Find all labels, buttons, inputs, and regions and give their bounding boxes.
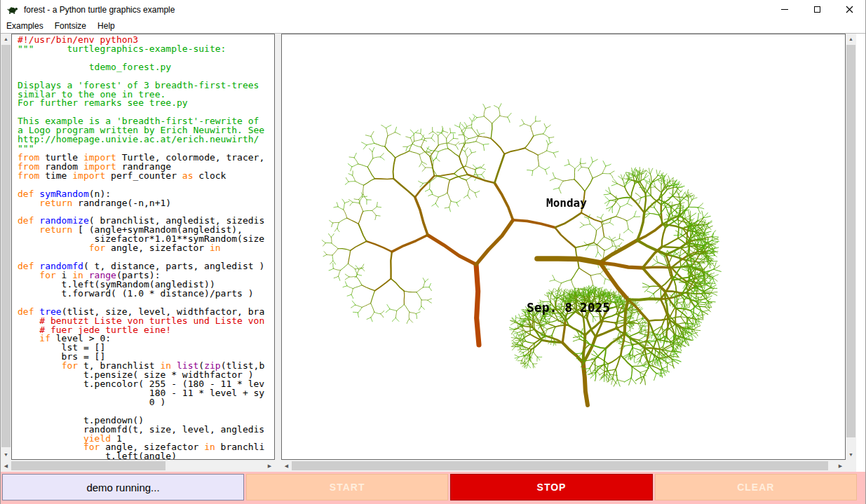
- stop-button[interactable]: STOP: [450, 474, 652, 500]
- code-line: for angle, sizefactor in: [18, 244, 274, 253]
- scroll-left-icon[interactable]: ◀: [281, 461, 292, 471]
- code-line: 0 ): [18, 398, 274, 407]
- scroll-left-icon[interactable]: ◀: [1, 461, 11, 471]
- forest-drawing: [282, 34, 845, 459]
- right-margin: [856, 34, 865, 472]
- minimize-button[interactable]: [769, 0, 801, 19]
- menu-item-help[interactable]: Help: [92, 20, 121, 33]
- title-bar[interactable]: forest - a Python turtle graphics exampl…: [1, 0, 865, 19]
- menu-bar: ExamplesFontsizeHelp: [1, 19, 865, 34]
- menu-item-fontsize[interactable]: Fontsize: [49, 20, 92, 33]
- clear-button[interactable]: CLEAR: [655, 474, 857, 500]
- canvas-vscroll-thumb[interactable]: [846, 45, 855, 437]
- canvas-text-label: Monday: [546, 196, 587, 210]
- code-line: from time import perf_counter as clock: [18, 172, 274, 181]
- scroll-down-icon[interactable]: ▼: [846, 449, 856, 460]
- app-window: forest - a Python turtle graphics exampl…: [0, 0, 866, 504]
- editor-vscroll-thumb[interactable]: [1, 45, 11, 447]
- code-line: """ turtlegraphics-example-suite:: [18, 45, 274, 54]
- window-controls: [769, 0, 865, 19]
- editor-hscroll-thumb[interactable]: [11, 461, 165, 470]
- canvas-text-label: Sep. 8 2025: [527, 300, 610, 315]
- start-button[interactable]: START: [246, 474, 448, 500]
- canvas-hscroll-thumb[interactable]: [292, 461, 828, 470]
- code-line: http://homepage.univie.ac.at/erich.neuwi…: [18, 135, 274, 144]
- code-line: t.forward( (1.0 * distance)/parts ): [18, 290, 274, 299]
- scroll-down-icon[interactable]: ▼: [1, 449, 11, 460]
- code-line: t.left(angle): [18, 452, 274, 460]
- canvas-vertical-scrollbar[interactable]: ▲ ▼: [846, 34, 856, 460]
- source-code-view[interactable]: #!/usr/bin/env python3""" turtlegraphics…: [11, 34, 275, 460]
- close-icon: [846, 6, 853, 13]
- scroll-right-icon[interactable]: ▶: [835, 461, 846, 471]
- scrollbar-corner: [846, 460, 856, 472]
- scroll-right-icon[interactable]: ▶: [264, 461, 275, 471]
- turtle-icon: [7, 4, 18, 15]
- window-title: forest - a Python turtle graphics exampl…: [24, 5, 175, 15]
- scroll-up-icon[interactable]: ▲: [846, 34, 856, 44]
- editor-horizontal-scrollbar[interactable]: ◀ ▶: [1, 460, 275, 472]
- status-bar: demo running... STARTSTOPCLEAR: [1, 472, 865, 504]
- code-line: For further remarks see tree.py: [18, 99, 274, 108]
- menu-item-examples[interactable]: Examples: [1, 20, 49, 33]
- maximize-icon: [814, 6, 820, 13]
- minimize-icon: [781, 9, 788, 10]
- scroll-up-icon[interactable]: ▲: [1, 34, 11, 44]
- demo-state-label: demo running...: [2, 474, 244, 500]
- turtle-graphics-canvas: MondaySep. 8 2025: [281, 34, 846, 460]
- editor-vertical-scrollbar[interactable]: ▲ ▼: [1, 34, 11, 460]
- demo-button-row: STARTSTOPCLEAR: [246, 474, 857, 500]
- code-line: tdemo_forest.py: [18, 63, 274, 72]
- code-line: return randrange(-n,n+1): [18, 199, 274, 208]
- close-button[interactable]: [833, 0, 865, 19]
- maximize-button[interactable]: [801, 0, 833, 19]
- canvas-horizontal-scrollbar[interactable]: ◀ ▶: [281, 460, 846, 472]
